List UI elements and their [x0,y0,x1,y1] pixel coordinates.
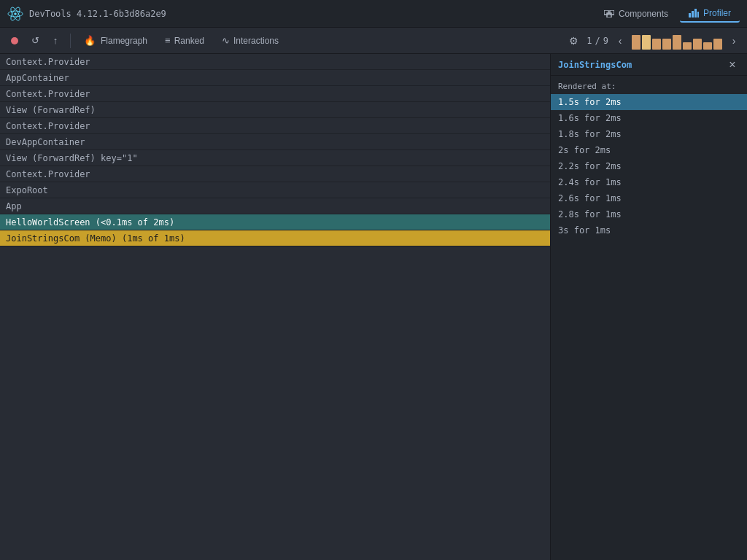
clear-data-button[interactable]: ↑ [47,32,64,50]
prev-commit-button[interactable]: ‹ [613,34,627,48]
settings-button[interactable]: ⚙ [565,32,582,50]
commit-bar-1[interactable] [642,35,651,50]
svg-rect-9 [694,9,697,18]
profiler-icon-svg [689,9,699,18]
flame-row[interactable]: App [0,198,550,214]
svg-rect-6 [607,13,611,18]
interactions-icon: ∿ [222,35,230,46]
right-panel-title: JoinStringsCom [558,60,632,70]
svg-rect-10 [697,12,699,18]
commit-bar-4[interactable] [673,35,681,50]
render-list-item[interactable]: 1.6s for 2ms [551,110,747,126]
profiler-nav-label: Profiler [703,8,731,18]
render-list-item[interactable]: 2.4s for 1ms [551,174,747,190]
page-total: 9 [603,36,608,46]
main-area: Context.ProviderAppContainerContext.Prov… [0,54,747,560]
svg-rect-4 [604,10,608,15]
react-icon [7,6,23,22]
record-dot-icon [11,37,18,44]
flame-row[interactable]: Context.Provider [0,166,550,182]
page-separator: / [595,36,600,46]
profiler-nav-icon [689,9,699,18]
svg-rect-7 [689,13,691,18]
render-list-item[interactable]: 2.6s for 1ms [551,190,747,206]
close-icon: × [729,58,735,71]
render-list-item[interactable]: 2.2s for 2ms [551,158,747,174]
flame-row[interactable]: Context.Provider [0,54,550,70]
reload-profile-button[interactable]: ↺ [26,32,44,50]
render-list-item[interactable]: 1.8s for 2ms [551,126,747,142]
page-current: 1 [587,36,592,46]
svg-rect-8 [692,11,694,18]
interactions-tab[interactable]: ∿ Interactions [214,32,286,49]
chevron-right-icon: › [732,35,736,47]
render-list-item[interactable]: 3s for 1ms [551,222,747,238]
next-commit-button[interactable]: › [727,34,741,48]
profiler-nav-btn[interactable]: Profiler [680,5,740,23]
app-title: DevTools 4.12.1-6b3d86a2e9 [29,9,166,19]
flame-row[interactable]: DevAppContainer [0,134,550,150]
app-logo: DevTools 4.12.1-6b3d86a2e9 [7,6,166,22]
interactions-tab-label: Interactions [233,36,279,46]
commit-bar-3[interactable] [662,39,671,50]
top-bar: DevTools 4.12.1-6b3d86a2e9 Components [0,0,747,28]
flamegraph-panel: Context.ProviderAppContainerContext.Prov… [0,54,550,560]
commit-bar-0[interactable] [632,35,640,50]
ranked-tab-label: Ranked [174,36,204,46]
flame-row[interactable]: HelloWorldScreen (<0.1ms of 2ms) [0,214,550,230]
commit-bar-5[interactable] [683,42,692,50]
right-panel: JoinStringsCom × Rendered at: 1.5s for 2… [550,54,747,560]
flame-row[interactable]: JoinStringsCom (Memo) (1ms of 1ms) [0,230,550,246]
close-right-panel-button[interactable]: × [725,58,740,72]
components-nav-label: Components [619,9,668,19]
flamegraph-tab-label: Flamegraph [101,36,147,46]
upload-icon: ↑ [53,35,58,46]
flame-row[interactable]: Context.Provider [0,86,550,102]
render-list-item[interactable]: 2.8s for 1ms [551,206,747,222]
flame-row[interactable]: Context.Provider [0,118,550,134]
flame-row[interactable]: View (ForwardRef) [0,102,550,118]
svg-point-0 [14,12,17,15]
render-list-item[interactable]: 1.5s for 2ms [551,94,747,110]
commit-bar-8[interactable] [713,39,722,50]
top-nav: Components Profiler [595,5,740,23]
page-info: 1 / 9 [587,36,608,46]
components-nav-btn[interactable]: Components [595,6,677,22]
toolbar-right: ⚙ 1 / 9 ‹ › [565,32,741,50]
right-panel-header: JoinStringsCom × [551,54,747,76]
render-list-item[interactable]: 2s for 2ms [551,142,747,158]
flame-row[interactable]: ExpoRoot [0,182,550,198]
rendered-at-label: Rendered at: [551,76,747,94]
toolbar-divider-1 [70,34,71,48]
flame-icon: 🔥 [84,35,96,46]
commit-bar-6[interactable] [693,39,702,50]
ranked-icon: ≡ [165,35,171,46]
toolbar: ↺ ↑ 🔥 Flamegraph ≡ Ranked ∿ Interactions… [0,28,747,54]
reload-icon: ↺ [31,35,39,46]
components-icon-svg [604,10,614,18]
record-button[interactable] [6,32,23,50]
flamegraph-tab[interactable]: 🔥 Flamegraph [77,32,155,49]
settings-gear-icon: ⚙ [569,35,578,47]
ranked-tab[interactable]: ≡ Ranked [158,32,212,49]
render-list: 1.5s for 2ms1.6s for 2ms1.8s for 2ms2s f… [551,94,747,560]
commit-bar-2[interactable] [652,39,661,50]
flame-row[interactable]: AppContainer [0,70,550,86]
svg-rect-5 [610,10,614,15]
components-nav-icon [604,10,614,18]
chevron-left-icon: ‹ [619,35,622,47]
commit-bars [632,32,722,50]
commit-bar-7[interactable] [703,42,712,50]
flame-row[interactable]: View (ForwardRef) key="1" [0,150,550,166]
